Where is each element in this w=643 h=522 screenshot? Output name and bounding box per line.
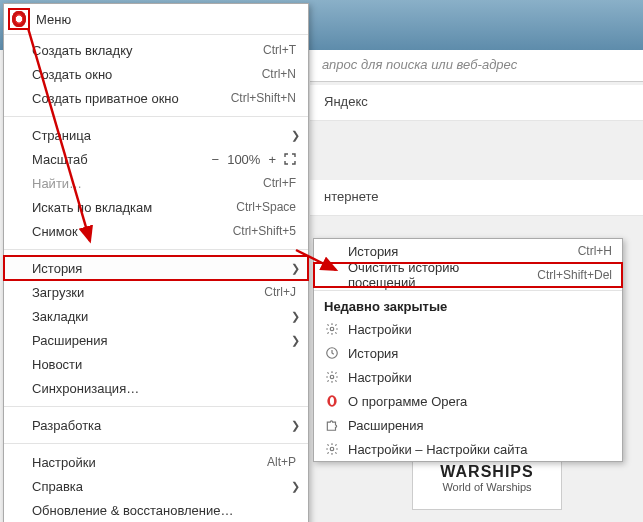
menu-label: Разработка [32, 418, 296, 433]
menu-item-help[interactable]: Справка ❯ [4, 474, 308, 498]
submenu-recent-item[interactable]: Настройки [314, 317, 622, 341]
menu-item-settings[interactable]: Настройки Alt+P [4, 450, 308, 474]
submenu-recent-item[interactable]: О программе Opera [314, 389, 622, 413]
menu-shortcut: Ctrl+T [263, 43, 296, 57]
submenu-label: Настройки – Настройки сайта [348, 442, 612, 457]
submenu-label: Настройки [348, 370, 612, 385]
address-bar[interactable]: апрос для поиска или веб-адрес [310, 50, 643, 82]
menu-separator [4, 443, 308, 444]
tile-caption: World of Warships [413, 481, 561, 493]
chevron-right-icon: ❯ [291, 129, 300, 142]
svg-point-2 [330, 375, 334, 379]
submenu-recent-item[interactable]: Настройки – Настройки сайта [314, 437, 622, 461]
menu-label: Создать окно [32, 67, 262, 82]
opera-icon[interactable] [8, 8, 30, 30]
puzzle-icon [324, 417, 340, 433]
opera-icon [324, 393, 340, 409]
menu-shortcut: Alt+P [267, 455, 296, 469]
menu-label: Расширения [32, 333, 296, 348]
menu-label: Новости [32, 357, 296, 372]
menu-label: Синхронизация… [32, 381, 296, 396]
menu-label: Снимок [32, 224, 233, 239]
menu-header: Меню [4, 4, 308, 35]
menu-title: Меню [36, 12, 71, 27]
menu-separator [4, 406, 308, 407]
submenu-recent-item[interactable]: История [314, 341, 622, 365]
zoom-in-button[interactable]: + [268, 152, 276, 167]
submenu-label: История [348, 244, 570, 259]
menu-separator [4, 116, 308, 117]
menu-label: Страница [32, 128, 296, 143]
menu-item-dev[interactable]: Разработка ❯ [4, 413, 308, 437]
submenu-label: История [348, 346, 612, 361]
submenu-label: Очистить историю посещений [348, 260, 529, 290]
submenu-shortcut: Ctrl+H [578, 244, 612, 258]
menu-separator [314, 290, 622, 291]
submenu-shortcut: Ctrl+Shift+Del [537, 268, 612, 282]
submenu-label: Расширения [348, 418, 612, 433]
submenu-label: Настройки [348, 322, 612, 337]
gear-icon [324, 441, 340, 457]
menu-label: Создать вкладку [32, 43, 263, 58]
submenu-recent-item[interactable]: Расширения [314, 413, 622, 437]
zoom-out-button[interactable]: − [212, 152, 220, 167]
clock-icon [324, 345, 340, 361]
gear-icon [324, 369, 340, 385]
menu-item-snapshot[interactable]: Снимок Ctrl+Shift+5 [4, 219, 308, 243]
menu-item-downloads[interactable]: Загрузки Ctrl+J [4, 280, 308, 304]
page-section-label: нтернете [310, 180, 643, 216]
menu-item-extensions[interactable]: Расширения ❯ [4, 328, 308, 352]
menu-shortcut: Ctrl+Space [236, 200, 296, 214]
main-menu: Меню Создать вкладку Ctrl+T Создать окно… [3, 3, 309, 522]
svg-point-4 [330, 397, 334, 405]
menu-shortcut: Ctrl+J [264, 285, 296, 299]
menu-label: Справка [32, 479, 296, 494]
svg-point-5 [330, 447, 334, 451]
menu-label: Масштаб [32, 152, 212, 167]
menu-item-search-tabs[interactable]: Искать по вкладкам Ctrl+Space [4, 195, 308, 219]
chevron-right-icon: ❯ [291, 262, 300, 275]
zoom-value: 100% [227, 152, 260, 167]
menu-label: Искать по вкладкам [32, 200, 236, 215]
menu-shortcut: Ctrl+Shift+N [231, 91, 296, 105]
menu-shortcut: Ctrl+F [263, 176, 296, 190]
empty-icon [324, 243, 340, 259]
menu-item-update[interactable]: Обновление & восстановление… [4, 498, 308, 522]
menu-item-sync[interactable]: Синхронизация… [4, 376, 308, 400]
menu-item-history[interactable]: История ❯ [4, 256, 308, 280]
menu-label: История [32, 261, 296, 276]
menu-item-page[interactable]: Страница ❯ [4, 123, 308, 147]
menu-item-new-tab[interactable]: Создать вкладку Ctrl+T [4, 38, 308, 62]
chevron-right-icon: ❯ [291, 480, 300, 493]
menu-item-news[interactable]: Новости [4, 352, 308, 376]
fullscreen-icon[interactable] [284, 153, 296, 165]
chevron-right-icon: ❯ [291, 310, 300, 323]
menu-shortcut: Ctrl+Shift+5 [233, 224, 296, 238]
menu-shortcut: Ctrl+N [262, 67, 296, 81]
chevron-right-icon: ❯ [291, 334, 300, 347]
gear-icon [324, 321, 340, 337]
menu-label: Загрузки [32, 285, 264, 300]
menu-item-find: Найти… Ctrl+F [4, 171, 308, 195]
menu-item-zoom: Масштаб − 100% + [4, 147, 308, 171]
menu-label: Создать приватное окно [32, 91, 231, 106]
submenu-label: О программе Opera [348, 394, 612, 409]
menu-item-bookmarks[interactable]: Закладки ❯ [4, 304, 308, 328]
tile-logo: WARSHIPS [413, 463, 561, 481]
menu-separator [4, 249, 308, 250]
svg-point-0 [330, 327, 334, 331]
menu-item-new-window[interactable]: Создать окно Ctrl+N [4, 62, 308, 86]
speed-dial-yandex[interactable]: Яндекс [310, 85, 643, 121]
menu-label: Настройки [32, 455, 267, 470]
menu-label: Найти… [32, 176, 263, 191]
menu-label: Обновление & восстановление… [32, 503, 296, 518]
chevron-right-icon: ❯ [291, 419, 300, 432]
history-submenu: История Ctrl+H Очистить историю посещени… [313, 238, 623, 462]
submenu-item-clear-history[interactable]: Очистить историю посещений Ctrl+Shift+De… [314, 263, 622, 287]
empty-icon [324, 267, 340, 283]
submenu-recent-item[interactable]: Настройки [314, 365, 622, 389]
submenu-heading-recent: Недавно закрытые [314, 294, 622, 317]
speed-dial-tile[interactable]: WARSHIPS World of Warships [412, 460, 562, 510]
menu-item-new-private-window[interactable]: Создать приватное окно Ctrl+Shift+N [4, 86, 308, 110]
menu-label: Закладки [32, 309, 296, 324]
